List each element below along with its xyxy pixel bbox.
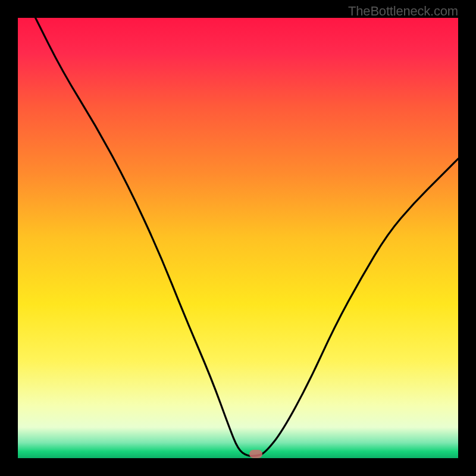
optimum-marker	[249, 450, 262, 458]
chart-frame: TheBottleneck.com	[0, 0, 476, 476]
watermark-text: TheBottleneck.com	[348, 4, 458, 19]
bottleneck-curve	[18, 18, 458, 458]
plot-area	[18, 18, 458, 458]
